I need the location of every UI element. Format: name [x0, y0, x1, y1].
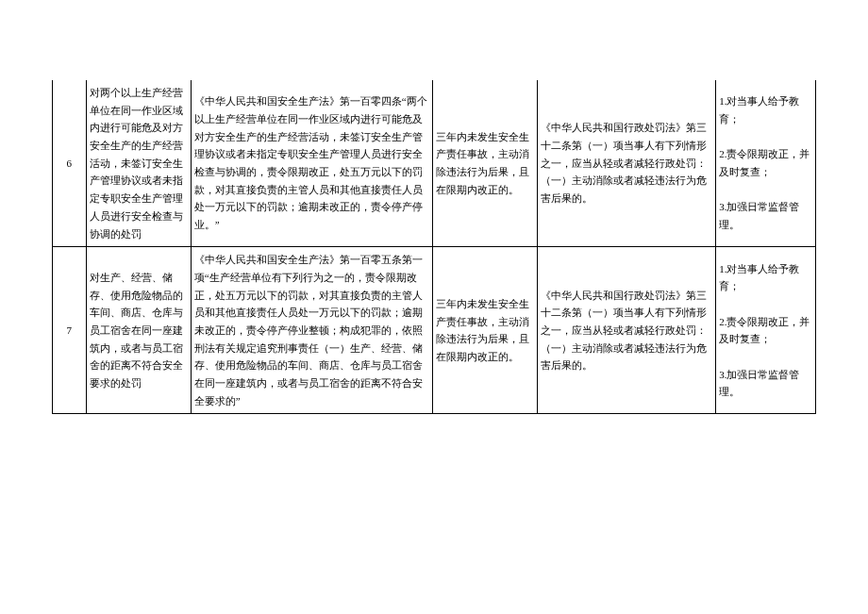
- measures: 1.对当事人给予教育；2.责令限期改正，并及时复查；3.加强日常监督管理。: [716, 80, 816, 247]
- measures: 1.对当事人给予教育；2.责令限期改正，并及时复查；3.加强日常监督管理。: [716, 247, 816, 414]
- penalty-item: 对两个以上生产经营单位在同一作业区域内进行可能危及对方安全生产的生产经营活动，未…: [86, 80, 191, 247]
- applicable-law: 《中华人民共和国行政处罚法》第三十二条第（一）项当事人有下列情形之一，应当从轻或…: [538, 247, 716, 414]
- row-number: 6: [53, 80, 87, 247]
- condition: 三年内未发生安全生产责任事故，主动消除违法行为后果，且在限期内改正的。: [432, 80, 537, 247]
- penalty-item: 对生产、经营、储存、使用危险物品的车间、商店、仓库与员工宿舍在同一座建筑内，或者…: [86, 247, 191, 414]
- legal-basis: 《中华人民共和国安全生产法》第一百零四条“两个以上生产经营单位在同一作业区域内进…: [191, 80, 432, 247]
- table-row: 6 对两个以上生产经营单位在同一作业区域内进行可能危及对方安全生产的生产经营活动…: [53, 80, 816, 247]
- legal-basis: 《中华人民共和国安全生产法》第一百零五条第一项“生产经营单位有下列行为之一的，责…: [191, 247, 432, 414]
- table-row: 7 对生产、经营、储存、使用危险物品的车间、商店、仓库与员工宿舍在同一座建筑内，…: [53, 247, 816, 414]
- condition: 三年内未发生安全生产责任事故，主动消除违法行为后果，且在限期内改正的。: [432, 247, 537, 414]
- row-number: 7: [53, 247, 87, 414]
- regulation-table: 6 对两个以上生产经营单位在同一作业区域内进行可能危及对方安全生产的生产经营活动…: [52, 80, 816, 414]
- applicable-law: 《中华人民共和国行政处罚法》第三十二条第（一）项当事人有下列情形之一，应当从轻或…: [538, 80, 716, 247]
- document-page: 6 对两个以上生产经营单位在同一作业区域内进行可能危及对方安全生产的生产经营活动…: [0, 0, 868, 461]
